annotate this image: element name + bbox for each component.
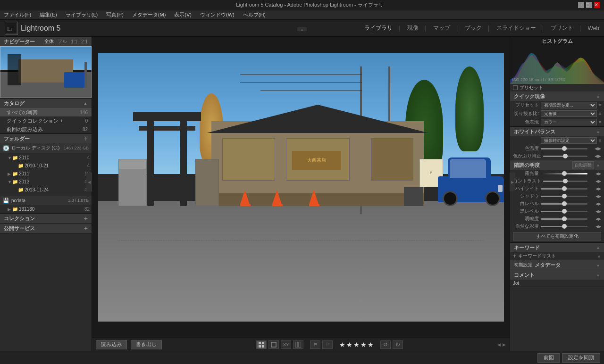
histogram-info: ISO 200 18 mm f / 9.5 1/250: [512, 77, 565, 82]
right-panel-collapse-arrow[interactable]: ▶: [510, 173, 515, 191]
zoom-1-1[interactable]: 1:1: [71, 39, 77, 44]
keyword-header[interactable]: キーワード ▲: [510, 243, 604, 252]
vibrance-slider[interactable]: [541, 226, 587, 227]
module-map[interactable]: マップ: [433, 24, 450, 32]
catalog-previous-import[interactable]: 前回の読み込み 82: [0, 125, 92, 133]
catalog-all-photos[interactable]: すべての写真 146: [0, 108, 92, 116]
top-center-arrow[interactable]: ▲: [297, 27, 307, 31]
module-web[interactable]: Web: [588, 25, 599, 32]
tint-slider[interactable]: [543, 156, 587, 157]
comment-header[interactable]: コメント ▲: [510, 270, 604, 280]
folders-header[interactable]: フォルダー +: [0, 134, 92, 143]
reset-all-button[interactable]: すべてを初期設定化: [513, 232, 601, 240]
histogram-area: ヒストグラム: [510, 37, 604, 84]
wb-select[interactable]: 撮影時の設定: [541, 137, 597, 144]
star-rating[interactable]: ★ ★ ★ ★ ★: [339, 341, 374, 348]
rotate-right-button[interactable]: ↻: [393, 340, 403, 349]
view-loupe-button[interactable]: [268, 340, 279, 349]
module-develop[interactable]: 現像: [407, 24, 419, 32]
flag-empty-button[interactable]: ⚑: [310, 340, 320, 349]
folder-2010-10-21[interactable]: 📁 2010-10-21 4: [0, 162, 92, 170]
quick-develop-header[interactable]: クイック現像 ▲: [510, 91, 604, 101]
highlights-slider[interactable]: [541, 188, 587, 190]
photo-view[interactable]: 大西茶店 P: [92, 37, 510, 338]
catalog-header[interactable]: カタログ ▲: [0, 99, 92, 108]
import-button[interactable]: 読み込み: [96, 340, 127, 349]
vibrance-btns: ◀▶: [589, 224, 601, 229]
zoom-all[interactable]: 全体: [44, 38, 54, 45]
navigator-header[interactable]: ナビゲーター 全体 フル 1:1 2:1: [0, 37, 92, 46]
exposure-label: 露光量: [513, 170, 539, 177]
module-library[interactable]: ライブラリ: [364, 24, 393, 32]
tone-section: 階調の明度 自動調整 ▲ 露光量 ◀▶ コントラスト: [510, 160, 604, 243]
highlights-btns: ◀▶: [589, 187, 601, 191]
svg-rect-8: [299, 342, 301, 347]
disk-item[interactable]: 💽 ローカル ディスク (C:) 146 / 223 GB: [0, 143, 92, 153]
flag-button[interactable]: ⚐: [322, 340, 333, 349]
view-grid-button[interactable]: [256, 340, 267, 349]
shadows-slider[interactable]: [541, 196, 587, 197]
menu-file[interactable]: ファイル(F): [2, 10, 33, 19]
view-xy-button[interactable]: XY: [281, 340, 291, 349]
wire-3: [260, 91, 362, 91]
view-multi-button[interactable]: [293, 340, 303, 349]
preset-icon[interactable]: ≡: [599, 103, 601, 108]
crop-select[interactable]: 元画像: [541, 110, 597, 117]
minimize-btn[interactable]: ─: [578, 2, 584, 8]
menu-window[interactable]: ウィンドウ(W): [198, 10, 236, 19]
white-balance-header[interactable]: ホワイトバランス ▲: [510, 127, 604, 136]
rotate-left-button[interactable]: ↺: [380, 340, 391, 349]
keyword-add-btn[interactable]: +: [513, 253, 516, 259]
folder-2013[interactable]: ▼ 📁 2013 48: [0, 178, 92, 186]
wb-icon[interactable]: ≡: [599, 138, 601, 143]
histogram-title: ヒストグラム: [510, 38, 604, 45]
pcdata-disk-item[interactable]: 💾 pcdata 1.3 / 1.8TB: [0, 196, 92, 205]
contrast-label: コントラスト: [513, 178, 541, 184]
close-btn[interactable]: ✕: [594, 2, 600, 8]
menu-view[interactable]: 表示(V): [172, 10, 193, 19]
temp-slider[interactable]: [541, 148, 587, 149]
zoom-full[interactable]: フル: [58, 38, 67, 45]
treatment-icon[interactable]: ≡: [599, 120, 601, 124]
export-button[interactable]: 書き出し: [131, 340, 162, 349]
keyword-collapse-icon[interactable]: ▲: [597, 254, 601, 258]
menu-metadata[interactable]: メタデータ(M): [130, 10, 168, 19]
exposure-btns: ◀▶: [589, 172, 601, 176]
clarity-slider[interactable]: [541, 218, 587, 220]
folder-2010[interactable]: ▼ 📁 2010 4: [0, 154, 92, 162]
metadata-header[interactable]: 初期設定 メタデータ ▲: [510, 260, 604, 270]
maximize-btn[interactable]: □: [586, 2, 592, 8]
catalog-quick-collection[interactable]: クイックコレクション + 0: [0, 116, 92, 125]
collections-header[interactable]: コレクション +: [0, 214, 92, 223]
module-print[interactable]: プリント: [551, 24, 573, 32]
whites-slider[interactable]: [541, 203, 587, 205]
module-slideshow[interactable]: スライドショー: [496, 24, 536, 32]
folder-131130[interactable]: ▶ 📁 131130 82: [0, 205, 92, 213]
menu-edit[interactable]: 編集(E): [38, 10, 59, 19]
left-panel-collapse-arrow[interactable]: ◀: [86, 173, 92, 191]
navigator-thumbnail[interactable]: [0, 46, 92, 98]
module-book[interactable]: ブック: [465, 24, 482, 32]
treatment-select[interactable]: カラー: [541, 119, 597, 125]
contrast-slider[interactable]: [543, 181, 587, 182]
crop-icon[interactable]: ≡: [599, 111, 601, 116]
folder-2011[interactable]: ▶ 📁 2011 12: [0, 170, 92, 178]
zoom-2-1[interactable]: 2:1: [81, 39, 88, 44]
prev-button[interactable]: 前図: [537, 353, 560, 363]
comment-jot: Jot: [510, 280, 604, 287]
original-photo-checkbox[interactable]: [513, 85, 518, 90]
tone-auto-btn[interactable]: 自動調整: [572, 161, 594, 169]
blacks-slider[interactable]: [541, 211, 587, 212]
menu-library[interactable]: ライブラリ(L): [64, 10, 100, 19]
folder-2013-11-24[interactable]: 📁 2013-11-24 48: [0, 186, 92, 194]
preset-select[interactable]: 初期設定を定...: [541, 102, 597, 108]
sync-settings-button[interactable]: 設定を同期: [562, 353, 600, 363]
menu-photo[interactable]: 写真(P): [104, 10, 126, 19]
exposure-slider[interactable]: [541, 173, 587, 174]
metadata-section: 初期設定 メタデータ ▲: [510, 260, 604, 270]
svg-rect-3: [262, 342, 264, 344]
tint-value: ◀▶: [589, 154, 601, 158]
tone-header[interactable]: 階調の明度 自動調整 ▲: [510, 160, 604, 170]
public-services-header[interactable]: 公開サービス +: [0, 223, 92, 233]
menu-help[interactable]: ヘルプ(H): [241, 10, 268, 19]
